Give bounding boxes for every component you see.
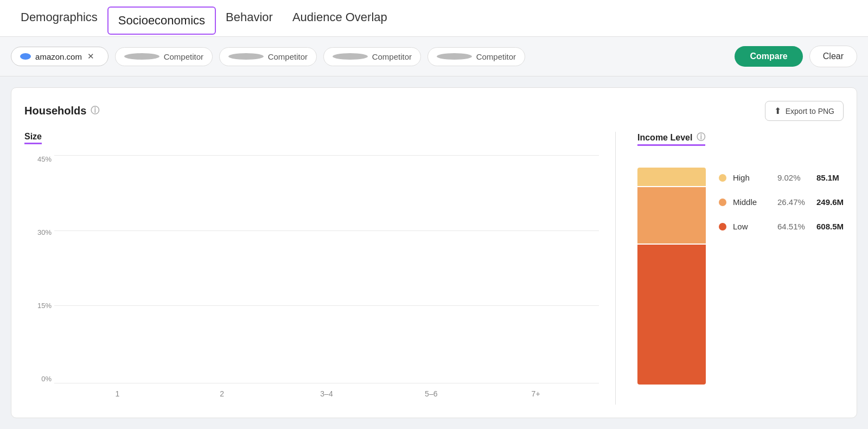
legend-val-low: 608.5M xyxy=(816,222,844,231)
legend-label-low: Low xyxy=(733,222,771,231)
clear-button[interactable]: Clear xyxy=(809,46,857,67)
legend-pct-low: 64.51% xyxy=(777,222,810,231)
site-input-1[interactable]: amazon.com ✕ xyxy=(11,47,108,66)
x-label-56: 5–6 xyxy=(379,389,483,398)
segment-high xyxy=(637,168,706,187)
export-icon: ⬆ xyxy=(774,106,781,116)
site-input-4[interactable]: Competitor xyxy=(323,47,421,66)
segment-low xyxy=(637,245,706,385)
households-card: Households ⓘ ⬆ Export to PNG Size 45% 30… xyxy=(11,87,857,418)
tab-demographics[interactable]: Demographics xyxy=(11,0,107,37)
income-info-icon[interactable]: ⓘ xyxy=(697,132,705,143)
income-legend: High 9.02% 85.1M Middle 26.47% 249.6M xyxy=(719,168,844,231)
y-label-15: 15% xyxy=(24,302,52,310)
site-dot-3 xyxy=(228,53,264,60)
y-axis: 45% 30% 15% 0% xyxy=(24,155,52,383)
bar-chart-section: Size 45% 30% 15% 0% xyxy=(24,132,616,405)
legend-pct-high: 9.02% xyxy=(777,173,810,182)
site-input-3[interactable]: Competitor xyxy=(219,47,317,66)
bar-chart-container: 45% 30% 15% 0% xyxy=(24,155,599,405)
legend-label-high: High xyxy=(733,173,771,182)
legend-val-high: 85.1M xyxy=(816,173,839,182)
income-chart-section: Income Level ⓘ xyxy=(616,132,844,405)
income-chart-title: Income Level ⓘ xyxy=(637,132,705,146)
tab-behavior[interactable]: Behavior xyxy=(216,0,283,37)
y-label-0: 0% xyxy=(24,375,52,383)
card-title: Households ⓘ xyxy=(24,105,99,117)
site-dot-5 xyxy=(437,53,472,60)
legend-pct-middle: 26.47% xyxy=(777,197,810,207)
export-button[interactable]: ⬆ Export to PNG xyxy=(765,101,844,121)
tab-socioeconomics[interactable]: Socioeconomics xyxy=(107,7,216,35)
legend-dot-low xyxy=(719,223,726,230)
legend-item-high: High 9.02% 85.1M xyxy=(719,173,844,182)
tab-audience-overlap[interactable]: Audience Overlap xyxy=(283,0,397,37)
legend-val-middle: 249.6M xyxy=(816,197,844,207)
charts-row: Size 45% 30% 15% 0% xyxy=(24,132,844,405)
legend-label-middle: Middle xyxy=(733,197,771,207)
legend-item-low: Low 64.51% 608.5M xyxy=(719,222,844,231)
chart-area xyxy=(54,155,599,383)
x-label-7plus: 7+ xyxy=(483,389,588,398)
bars-container xyxy=(54,155,599,383)
x-label-1: 1 xyxy=(65,389,170,398)
site-close-1[interactable]: ✕ xyxy=(86,52,99,61)
site-dot-2 xyxy=(124,53,159,60)
x-label-2: 2 xyxy=(170,389,275,398)
compare-button[interactable]: Compare xyxy=(735,46,802,67)
y-label-45: 45% xyxy=(24,155,52,163)
main-content: Households ⓘ ⬆ Export to PNG Size 45% 30… xyxy=(0,76,868,429)
bar-chart-title: Size xyxy=(24,132,42,144)
legend-dot-middle xyxy=(719,199,726,206)
segment-middle xyxy=(637,187,706,245)
card-header: Households ⓘ ⬆ Export to PNG xyxy=(24,101,844,121)
x-labels: 1 2 3–4 5–6 7+ xyxy=(54,383,599,405)
site-input-5[interactable]: Competitor xyxy=(427,47,525,66)
y-label-30: 30% xyxy=(24,228,52,236)
site-dot-4 xyxy=(333,53,368,60)
site-input-2[interactable]: Competitor xyxy=(115,47,213,66)
legend-item-middle: Middle 26.47% 249.6M xyxy=(719,197,844,207)
x-label-34: 3–4 xyxy=(275,389,379,398)
stacked-bar xyxy=(637,168,706,385)
income-chart-row: High 9.02% 85.1M Middle 26.47% 249.6M xyxy=(637,168,844,385)
legend-dot-high xyxy=(719,174,726,182)
top-nav: Demographics Socioeconomics Behavior Aud… xyxy=(0,0,868,37)
filter-bar: amazon.com ✕ Competitor Competitor Compe… xyxy=(0,37,868,76)
site-dot-1 xyxy=(20,53,31,60)
households-info-icon[interactable]: ⓘ xyxy=(91,105,99,117)
